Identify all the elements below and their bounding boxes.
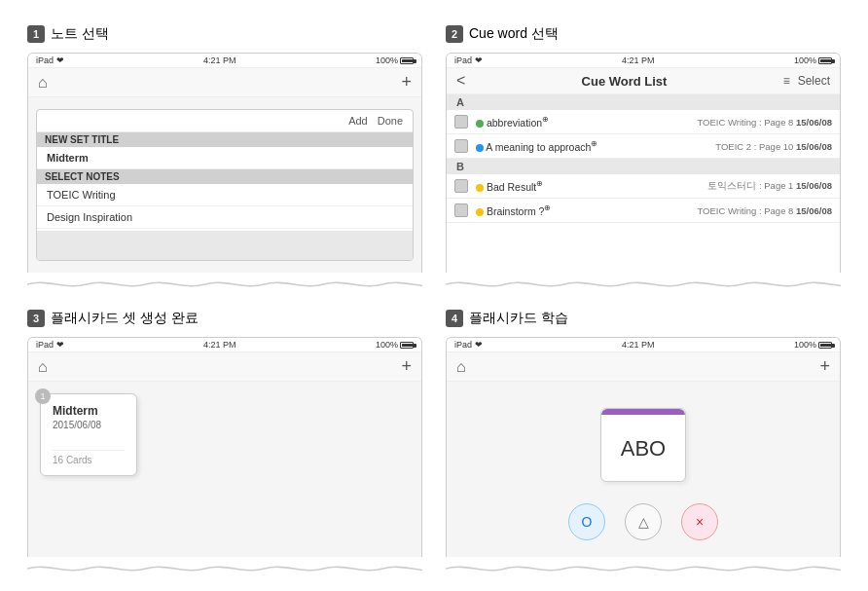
filter-icon-2[interactable]: ≡ [783,74,790,88]
cue-item-bad-result[interactable]: Bad Result⊕ 토익스터디 : Page 1 15/06/08 [447,174,840,199]
status-right-1: 100% [376,55,414,65]
dot-abbreviation [476,120,484,128]
quadrant-1-label: 노트 선택 [51,25,109,43]
plus-icon-3[interactable] [401,356,412,377]
navbar-1 [28,68,421,97]
statusbar-2: iPad ❤ 4:21 PM 100% [447,54,840,68]
navbar-2: < Cue Word List ≡ Select [447,68,840,94]
navbar-4 [447,352,840,382]
word-abbreviation: abbreviation⊕ [474,115,691,129]
word-approach: A meaning to approach⊕ [474,139,709,153]
cue-word-list-title: Cue Word List [582,74,668,89]
dropdown-panel: Add Done NEW SET TITLE Midterm SELECT NO… [36,109,414,261]
status-center-1: 4:21 PM [203,55,236,65]
quadrant-4-frame: iPad ❤ 4:21 PM 100% ABO O △ [446,337,841,557]
source-approach: TOEIC 2 : Page 10 15/06/08 [715,141,832,152]
word-brainstorm: Brainstorm ?⊕ [474,203,691,217]
source-bad-result: 토익스터디 : Page 1 15/06/08 [707,180,832,193]
wavy-2 [446,278,841,290]
add-button[interactable]: Add [348,115,368,127]
study-buttons: O △ × [568,503,718,540]
wavy-3 [27,563,422,574]
study-card: ABO [600,408,686,482]
quadrant-4-label: 플래시카드 학습 [469,310,568,327]
checkbox-abbreviation[interactable] [454,115,468,129]
correct-button[interactable]: O [568,503,605,540]
source-brainstorm: TOEIC Writing : Page 8 15/06/08 [697,205,832,216]
back-icon-2[interactable]: < [456,72,465,90]
wavy-4 [446,563,841,574]
select-notes-label: SELECT NOTES [37,169,413,184]
quadrant-1-number: 1 [27,25,45,43]
content-2: A abbreviation⊕ TOEIC Writing : Page 8 1… [447,94,840,273]
quadrant-3-title: 3 플래시카드 셋 생성 완료 [27,310,422,327]
quadrant-4-number: 4 [446,310,463,327]
dropdown-header: Add Done [37,110,413,132]
status-center-2: 4:21 PM [622,55,655,65]
toeic-writing-item[interactable]: TOEIC Writing [37,184,413,206]
wavy-1 [27,278,422,290]
dot-approach [476,144,484,152]
quadrant-1-frame: iPad ❤ 4:21 PM 100% Add Done NEW SET TIT… [27,53,422,273]
study-card-bar [601,409,685,415]
new-set-title-label: NEW SET TITLE [37,132,413,147]
quadrant-2-frame: iPad ❤ 4:21 PM 100% < Cue Word List ≡ Se… [446,53,841,273]
battery-icon-1 [400,57,414,64]
quadrant-3-number: 3 [27,310,45,327]
study-word: ABO [621,436,666,462]
partial-button[interactable]: △ [625,503,662,540]
section-a-header: A [447,94,840,110]
content-1: Add Done NEW SET TITLE Midterm SELECT NO… [28,97,421,273]
quadrant-3-frame: iPad ❤ 4:21 PM 100% 1 Midterm 2015/06/08… [27,337,422,557]
statusbar-4: iPad ❤ 4:21 PM 100% [447,338,840,352]
card-count: 16 Cards [53,450,125,465]
quadrant-2-number: 2 [446,25,463,43]
statusbar-3: iPad ❤ 4:21 PM 100% [28,338,421,352]
navbar-3 [28,352,421,382]
plus-icon-4[interactable] [819,356,830,377]
word-bad-result: Bad Result⊕ [474,179,702,193]
quadrant-4-title: 4 플래시카드 학습 [446,310,841,327]
plus-icon-1[interactable] [401,72,412,92]
cue-item-abbreviation[interactable]: abbreviation⊕ TOEIC Writing : Page 8 15/… [447,110,840,134]
quadrant-3: 3 플래시카드 셋 생성 완료 iPad ❤ 4:21 PM 100% 1 Mi… [16,300,434,584]
quadrant-1: 1 노트 선택 iPad ❤ 4:21 PM 100% Add Done [16,16,434,300]
home-icon-4[interactable] [456,358,466,376]
cue-item-approach[interactable]: A meaning to approach⊕ TOEIC 2 : Page 10… [447,134,840,159]
home-icon-3[interactable] [38,358,48,376]
source-abbreviation: TOEIC Writing : Page 8 15/06/08 [697,117,832,128]
card-number-badge: 1 [35,388,51,404]
design-inspiration-item[interactable]: Design Inspiration [37,206,413,229]
dot-brainstorm [476,208,484,216]
quadrant-3-label: 플래시카드 셋 생성 완료 [51,310,199,327]
done-button[interactable]: Done [378,115,403,127]
select-button-2[interactable]: Select [798,74,830,88]
card-date: 2015/06/08 [53,420,125,430]
quadrant-1-title: 1 노트 선택 [27,25,422,43]
status-left-2: iPad ❤ [454,55,483,65]
status-right-2: 100% [794,55,832,65]
midterm-item[interactable]: Midterm [37,147,413,169]
status-left-1: iPad ❤ [36,55,64,65]
battery-icon-2 [818,57,832,64]
content-4: ABO O △ × [447,382,840,557]
dot-bad-result [476,184,484,192]
flashcard-midterm[interactable]: 1 Midterm 2015/06/08 16 Cards [40,393,137,476]
statusbar-1: iPad ❤ 4:21 PM 100% [28,54,421,68]
quadrant-2-label: Cue word 선택 [469,25,559,43]
content-3: 1 Midterm 2015/06/08 16 Cards [28,382,421,557]
battery-icon-4 [818,342,832,349]
checkbox-approach[interactable] [454,139,468,153]
quadrant-4: 4 플래시카드 학습 iPad ❤ 4:21 PM 100% ABO [434,300,852,584]
card-title: Midterm [53,404,125,418]
quadrant-2-title: 2 Cue word 선택 [446,25,841,43]
battery-icon-3 [400,342,414,349]
home-icon-1[interactable] [38,74,48,92]
wrong-button[interactable]: × [681,503,718,540]
cue-item-brainstorm[interactable]: Brainstorm ?⊕ TOEIC Writing : Page 8 15/… [447,199,840,223]
checkbox-bad-result[interactable] [454,179,468,193]
quadrant-2: 2 Cue word 선택 iPad ❤ 4:21 PM 100% < Cue … [434,16,852,300]
section-b-header: B [447,159,840,174]
checkbox-brainstorm[interactable] [454,203,468,217]
